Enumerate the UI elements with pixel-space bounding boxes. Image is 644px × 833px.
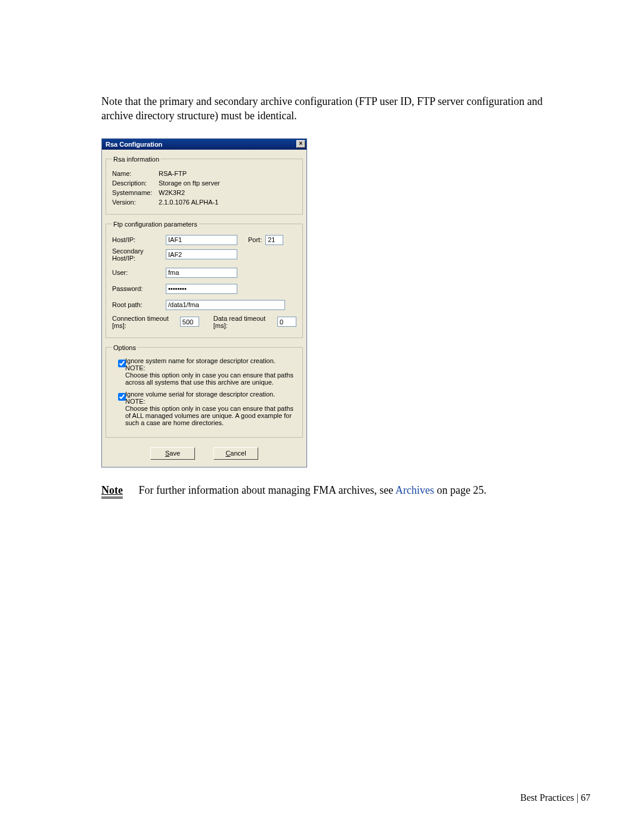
data-read-timeout-label: Data read timeout [ms]:: [213, 315, 275, 329]
host-input[interactable]: [166, 235, 237, 245]
ftp-parameters-group: Ftp configuration parameters Host/IP: Po…: [106, 221, 303, 338]
ignore-system-name-label: Ignore system name for storage descripto…: [125, 357, 275, 364]
footer-section: Best Practices: [521, 792, 574, 803]
intro-text: Note that the primary and secondary arch…: [101, 94, 543, 123]
name-label: Name:: [112, 170, 159, 177]
archives-link[interactable]: Archives: [395, 484, 434, 496]
opt2-note-text: Choose this option only in case you can …: [125, 405, 296, 426]
ignore-system-name-checkbox[interactable]: [118, 360, 126, 367]
ignore-volume-serial-label: Ignore volume serial for storage descrip…: [125, 391, 275, 398]
options-group: Options Ignore system name for storage d…: [106, 344, 303, 438]
root-path-input[interactable]: [166, 300, 285, 310]
rsa-configuration-dialog: Rsa Configuration × Rsa information Name…: [101, 138, 307, 467]
secondary-host-input[interactable]: [166, 249, 237, 259]
ignore-volume-serial-checkbox[interactable]: [118, 393, 126, 401]
secondary-host-label: Secondary Host/IP:: [112, 247, 166, 262]
connection-timeout-input[interactable]: [180, 317, 199, 327]
footer-page: 67: [581, 792, 590, 803]
connection-timeout-label: Connection timeout [ms]:: [112, 315, 178, 329]
root-path-label: Root path:: [112, 301, 166, 308]
data-read-timeout-input[interactable]: [277, 317, 296, 327]
note-text-before: For further information about managing F…: [138, 484, 395, 496]
version-value: 2.1.0.1076 ALPHA-1: [159, 199, 296, 206]
cancel-button[interactable]: Cancel: [213, 447, 258, 460]
note-text-after: on page 25.: [434, 484, 487, 496]
port-label: Port:: [248, 236, 262, 243]
dialog-title: Rsa Configuration: [106, 141, 162, 148]
password-input[interactable]: [166, 284, 237, 294]
rsa-information-group: Rsa information Name: RSA-FTP Descriptio…: [106, 156, 303, 215]
rsa-information-legend: Rsa information: [112, 156, 160, 163]
version-label: Version:: [112, 199, 159, 206]
footer-sep: |: [574, 792, 581, 803]
opt1-note-label: NOTE:: [125, 364, 296, 371]
port-input[interactable]: [265, 235, 283, 245]
host-label: Host/IP:: [112, 236, 166, 243]
user-input[interactable]: [166, 268, 237, 278]
systemname-value: W2K3R2: [159, 189, 296, 196]
name-value: RSA-FTP: [159, 170, 296, 177]
page-footer: Best Practices | 67: [521, 792, 590, 803]
opt2-note-label: NOTE:: [125, 398, 296, 405]
description-value: Storage on ftp server: [159, 179, 296, 187]
save-button[interactable]: Save: [150, 447, 195, 460]
opt1-note-text: Choose this option only in case you can …: [125, 371, 296, 386]
note-word: Note: [101, 484, 123, 498]
description-label: Description:: [112, 179, 159, 187]
note-paragraph: Note For further information about manag…: [101, 484, 543, 497]
user-label: User:: [112, 269, 166, 276]
systemname-label: Systemname:: [112, 189, 159, 196]
close-icon[interactable]: ×: [296, 140, 305, 148]
password-label: Password:: [112, 285, 166, 292]
ftp-parameters-legend: Ftp configuration parameters: [112, 221, 199, 228]
options-legend: Options: [112, 344, 137, 351]
dialog-titlebar: Rsa Configuration ×: [102, 139, 306, 150]
